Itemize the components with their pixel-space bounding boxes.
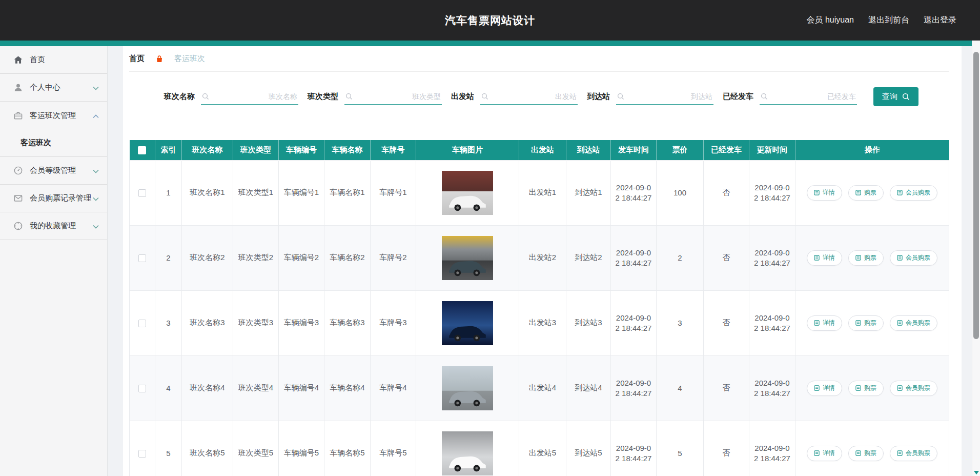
depart-station-input[interactable] (492, 92, 577, 101)
detail-button[interactable]: 详情 (807, 185, 842, 201)
cell-schedule-type: 班次类型3 (233, 290, 279, 355)
buy-ticket-button[interactable]: 购票 (848, 250, 884, 266)
detail-button[interactable]: 详情 (807, 315, 842, 331)
document-icon (897, 320, 903, 326)
column-header: 已经发车 (704, 140, 749, 160)
sidebar-item-home[interactable]: 首页 (0, 46, 107, 74)
member-buy-ticket-button[interactable]: 会员购票 (890, 381, 937, 396)
buy-ticket-button-label: 购票 (864, 319, 876, 327)
cell-schedule-type: 班次类型2 (233, 225, 279, 290)
arrive-station-input[interactable] (627, 92, 712, 101)
column-header: 到达站 (566, 140, 611, 160)
cell-vehicle-name: 车辆名称3 (324, 290, 371, 355)
schedule-table: 索引 班次名称 班次类型 车辆编号 车辆名称 车牌号 车辆图片 出发站 到达站 … (129, 140, 949, 476)
app-header: 汽车售票网站设计 会员 huiyuan 退出到前台 退出登录 (0, 0, 980, 41)
filter-departed: 已经发车 (723, 89, 857, 105)
detail-button[interactable]: 详情 (807, 250, 842, 266)
cell-vehicle-no: 车辆编号2 (279, 225, 324, 290)
cell-depart-station: 出发站1 (519, 160, 566, 225)
filter-input-wrap (201, 89, 298, 105)
cell-vehicle-name: 车辆名称5 (324, 421, 371, 476)
buy-ticket-button-label: 购票 (864, 253, 876, 262)
sidebar-subitem-passenger-schedule[interactable]: 客运班次 (0, 129, 107, 157)
cell-operations: 详情 购票 会员购票 (795, 225, 949, 290)
breadcrumb-current[interactable]: 客运班次 (174, 54, 205, 64)
page-scrollbar[interactable] (972, 41, 980, 476)
column-header: 车牌号 (371, 140, 416, 160)
chevron-down-icon (93, 194, 99, 203)
sidebar-item-label: 我的收藏管理 (30, 221, 76, 231)
departed-input[interactable] (771, 92, 856, 101)
cell-schedule-type: 班次类型4 (233, 355, 279, 421)
cell-schedule-type: 班次类型1 (233, 160, 279, 225)
schedule-type-input[interactable] (356, 92, 441, 101)
document-icon (897, 190, 903, 195)
buy-ticket-button[interactable]: 购票 (848, 315, 884, 331)
buy-ticket-button[interactable]: 购票 (848, 185, 884, 201)
column-header: 出发站 (519, 140, 566, 160)
mail-icon (13, 193, 23, 203)
cell-operations: 详情 购票 会员购票 (795, 421, 949, 476)
detail-button[interactable]: 详情 (807, 446, 842, 461)
buy-ticket-button[interactable]: 购票 (848, 381, 884, 396)
logout-link[interactable]: 退出登录 (924, 15, 956, 26)
document-icon (855, 190, 861, 195)
chevron-down-icon (93, 222, 99, 230)
breadcrumb-home[interactable]: 首页 (129, 54, 145, 64)
search-button[interactable]: 查询 (873, 87, 918, 106)
row-checkbox[interactable] (138, 450, 146, 458)
breadcrumb: 首页 客运班次 (129, 46, 949, 72)
cell-select (130, 355, 155, 421)
search-icon (202, 93, 209, 100)
cell-depart-station: 出发站4 (519, 355, 566, 421)
vehicle-photo (442, 366, 493, 410)
cell-price: 100 (657, 160, 704, 225)
filter-depart-station: 出发站 (451, 89, 578, 105)
exit-to-front-link[interactable]: 退出到前台 (868, 15, 909, 26)
cell-plate: 车牌号1 (371, 160, 416, 225)
detail-button[interactable]: 详情 (807, 381, 842, 396)
member-buy-ticket-button[interactable]: 会员购票 (890, 250, 937, 266)
cell-operations: 详情 购票 会员购票 (795, 355, 949, 421)
sidebar-item-member-level-management[interactable]: 会员等级管理 (0, 157, 107, 185)
sidebar-item-favorites-management[interactable]: 我的收藏管理 (0, 212, 107, 240)
member-buy-ticket-button[interactable]: 会员购票 (890, 185, 937, 201)
home-icon (13, 55, 23, 65)
sidebar-item-personal-center[interactable]: 个人中心 (0, 74, 107, 102)
row-checkbox[interactable] (138, 385, 146, 392)
scrollbar-thumb[interactable] (973, 52, 979, 339)
row-checkbox[interactable] (138, 254, 146, 262)
sidebar-item-purchase-records-management[interactable]: 会员购票记录管理 (0, 185, 107, 212)
select-all-checkbox[interactable] (138, 146, 146, 154)
cell-select (130, 290, 155, 355)
cell-photo (416, 421, 519, 476)
member-buy-ticket-button[interactable]: 会员购票 (890, 315, 937, 331)
sidebar-item-schedule-management[interactable]: 客运班次管理 (0, 102, 107, 129)
member-buy-ticket-button[interactable]: 会员购票 (890, 446, 937, 461)
cell-departed: 否 (704, 355, 749, 421)
main-content: 首页 客运班次 班次名称 班次类型 出发站 (123, 46, 962, 476)
cell-departed: 否 (704, 160, 749, 225)
cell-photo (416, 355, 519, 421)
cell-arrive-station: 到达站2 (566, 225, 611, 290)
table-row: 5 班次名称5 班次类型5 车辆编号5 车辆名称5 车牌号5 (130, 421, 949, 476)
document-icon (814, 385, 820, 391)
detail-button-label: 详情 (823, 319, 835, 327)
detail-button-label: 详情 (823, 188, 835, 197)
column-header: 更新时间 (749, 140, 795, 160)
member-account-link[interactable]: 会员 huiyuan (807, 15, 854, 26)
member-buy-ticket-button-label: 会员购票 (906, 384, 930, 392)
document-icon (855, 385, 861, 391)
row-checkbox[interactable] (138, 189, 146, 197)
column-header: 车辆名称 (324, 140, 371, 160)
scroll-down-arrow-icon[interactable] (974, 471, 979, 474)
cell-operations: 详情 购票 会员购票 (795, 160, 949, 225)
cell-departed: 否 (704, 225, 749, 290)
cell-depart-time: 2024-09-02 18:44:27 (611, 421, 657, 476)
breadcrumb-bag-icon (155, 55, 164, 63)
buy-ticket-button[interactable]: 购票 (848, 446, 884, 461)
search-icon (481, 93, 488, 100)
schedule-name-input[interactable] (212, 92, 297, 101)
row-checkbox[interactable] (138, 320, 146, 327)
cell-schedule-name: 班次名称3 (182, 290, 233, 355)
